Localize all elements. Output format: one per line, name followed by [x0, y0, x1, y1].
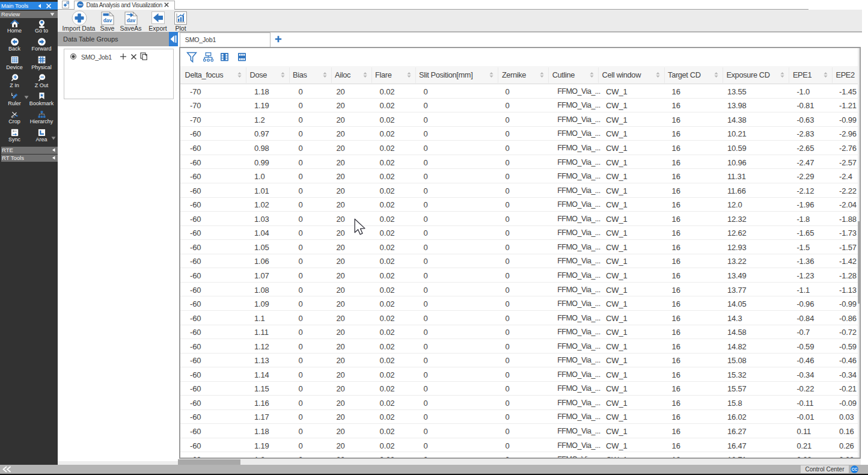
- svg-text:dav: dav: [78, 3, 83, 6]
- svg-text:dav: dav: [127, 17, 136, 23]
- svg-text:CC: CC: [851, 467, 857, 471]
- svg-text:dav: dav: [103, 17, 112, 23]
